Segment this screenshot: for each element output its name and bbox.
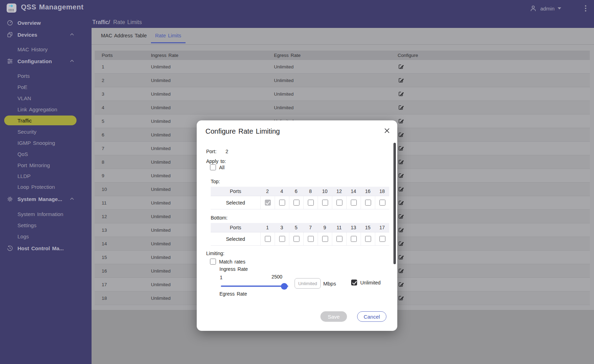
selected-row-label: Selected [211,196,260,209]
breadcrumb-page: Rate Limits [113,19,142,25]
sidebar-item-system-information[interactable]: System Information [0,209,92,219]
configure-edit-button[interactable] [398,240,405,247]
sidebar-item-system-management[interactable]: System Manage... [0,194,92,204]
edit-icon [398,213,404,220]
configure-edit-button[interactable] [398,186,405,193]
slider-value-label: 2500 [271,274,282,280]
cell-ingress-rate: Unlimited [144,101,267,114]
port-select-checkbox[interactable] [308,236,314,242]
configure-edit-button[interactable] [398,158,405,165]
save-button[interactable]: Save [320,311,347,322]
slider-thumb[interactable] [281,283,288,290]
limiting-label: Limiting: [206,251,224,256]
tab-mac-address-table[interactable]: MAC Address Table [97,28,151,44]
configure-edit-button[interactable] [398,295,405,302]
match-rates-checkbox[interactable] [210,259,216,265]
port-label: Port: [206,149,217,154]
table-header: Ports Ingress Rate Egress Rate Configure [95,51,590,60]
configure-edit-button[interactable] [398,281,405,288]
edit-icon [398,172,404,179]
cancel-button[interactable]: Cancel [357,311,386,322]
port-select-checkbox[interactable] [279,236,285,242]
edit-icon [398,104,404,111]
port-select-checkbox[interactable] [379,236,385,242]
sidebar-item-devices[interactable]: Devices [0,30,92,39]
sidebar-item-qos[interactable]: QoS [0,149,92,159]
sidebar-item-port-mirroring[interactable]: Port Mirroring [0,160,92,170]
all-checkbox[interactable] [210,164,216,170]
port-select-checkbox[interactable] [279,200,285,206]
port-select-checkbox[interactable] [336,236,342,242]
port-number-header: 1 [260,223,275,232]
sidebar-item-traffic[interactable]: Traffic [4,116,77,125]
top-label: Top: [211,179,220,184]
configure-edit-button[interactable] [398,172,405,179]
configure-edit-button[interactable] [398,199,405,206]
cell-port: 9 [95,169,144,182]
port-select-checkbox[interactable] [351,236,357,242]
more-options-button[interactable] [582,4,589,13]
configure-edit-button[interactable] [398,145,405,152]
sidebar-item-poe[interactable]: PoE [0,82,92,92]
rate-unit-label: Mbps [323,281,336,287]
configure-edit-button[interactable] [398,226,405,233]
sidebar-item-logs[interactable]: Logs [0,231,92,241]
port-select-checkbox[interactable] [351,200,357,206]
sidebar-item-lldp[interactable]: LLDP [0,171,92,181]
col-header-egress: Egress Rate [267,51,391,60]
slider-track[interactable] [221,285,288,287]
unlimited-checkbox[interactable] [351,280,357,285]
configure-edit-button[interactable] [398,254,405,261]
port-select-checkbox[interactable] [365,200,371,206]
port-select-checkbox[interactable] [294,236,299,242]
configure-edit-button[interactable] [398,118,405,125]
cell-port: 7 [95,142,144,155]
port-select-checkbox[interactable] [265,200,271,206]
port-select-checkbox[interactable] [336,200,342,206]
sidebar-item-loop-protection[interactable]: Loop Protection [0,182,92,192]
dialog-title: Configure Rate Limiting [205,127,280,135]
cell-egress-rate: Unlimited [267,60,391,73]
sidebar-item-link-aggregation[interactable]: Link Aggregation [0,104,92,114]
cell-egress-rate: Unlimited [267,101,391,114]
dialog-scrollbar[interactable] [393,143,396,264]
edit-icon [398,281,404,288]
configure-edit-button[interactable] [398,131,405,138]
sidebar-item-settings[interactable]: Settings [0,220,92,230]
port-select-checkbox[interactable] [322,200,328,206]
port-select-checkbox[interactable] [265,236,271,242]
sidebar-item-vlan[interactable]: VLAN [0,93,92,103]
user-menu[interactable]: admin [529,5,561,12]
configure-edit-button[interactable] [398,267,405,274]
ingress-rate-input[interactable] [295,278,321,289]
port-select-checkbox[interactable] [379,200,385,206]
breadcrumb-section[interactable]: Traffic/ [92,19,110,26]
port-select-checkbox[interactable] [294,200,299,206]
port-number-header: 12 [332,187,346,196]
configure-edit-button[interactable] [398,213,405,220]
tab-rate-limits[interactable]: Rate Limits [151,28,186,44]
sidebar-item-ports[interactable]: Ports [0,71,92,81]
sidebar-item-overview[interactable]: Overview [0,18,92,28]
sidebar-item-host-control[interactable]: Host Control Ma... [0,243,92,253]
port-select-checkbox[interactable] [365,236,371,242]
configure-edit-button[interactable] [398,90,405,97]
app-logo-icon [6,2,17,14]
tab-bar: MAC Address Table Rate Limits [92,28,594,45]
configure-edit-button[interactable] [398,63,405,70]
port-select-checkbox[interactable] [322,236,328,242]
sidebar-item-igmp-snooping[interactable]: IGMP Snooping [0,138,92,148]
sidebar-item-mac-history[interactable]: MAC History [0,44,92,54]
ingress-rate-slider[interactable]: 1 2500 [220,274,290,291]
bottom-ports-table: Ports 1 3 5 7 9 11 13 15 17 Selected [211,223,389,246]
configure-edit-button[interactable] [398,77,405,84]
configure-edit-button[interactable] [398,104,405,111]
sidebar-item-security[interactable]: Security [0,127,92,136]
cell-port: 4 [95,101,144,114]
close-button[interactable] [383,126,391,135]
edit-icon [398,118,404,124]
chevron-up-icon [69,196,75,202]
port-select-checkbox[interactable] [308,200,314,206]
cell-port: 3 [95,87,144,101]
sidebar-item-configuration[interactable]: Configuration [0,56,92,66]
